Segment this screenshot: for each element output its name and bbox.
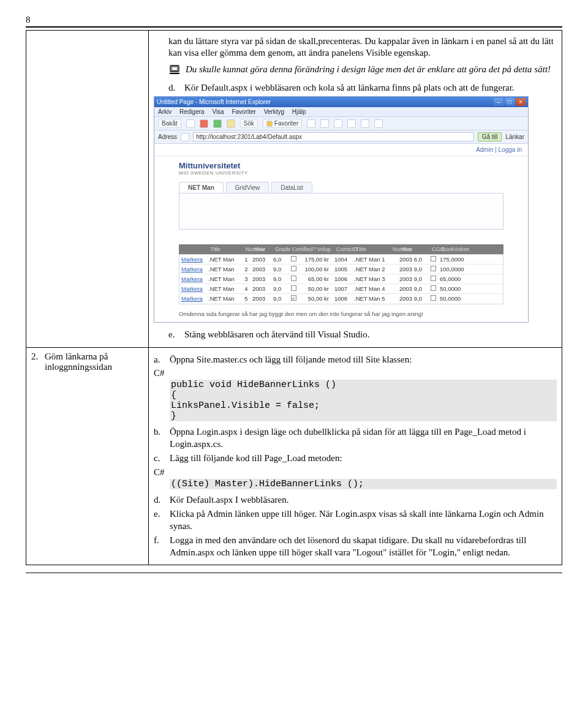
- note-text: Du skulle kunnat göra denna förändring i…: [186, 64, 551, 75]
- forward-icon: [186, 119, 195, 128]
- content-table: kan du lättare styra var på sidan de ska…: [26, 30, 562, 565]
- laptop-icon: [168, 65, 181, 77]
- data-grid: Markera.NET Man120036,0175,00 kr1004.NET…: [179, 254, 503, 304]
- menu-visa: Visa: [212, 108, 224, 115]
- ss-address-bar: Adress http://localhost:2301/Lab4/Defaul…: [154, 130, 528, 144]
- item-2d-label: d.: [154, 494, 165, 506]
- ss-footer-text: Omdenna sida fungerar så har jag byggt d…: [154, 308, 528, 322]
- note-row: Du skulle kunnat göra denna förändring i…: [168, 64, 557, 77]
- tool-icon-1: [307, 119, 315, 128]
- page-number: 8: [26, 15, 562, 25]
- ss-body: Admin | Logga in Mittuniversitetet MID S…: [154, 144, 528, 322]
- item-2a-label: a.: [154, 354, 165, 366]
- ss-window-title: Untitled Page - Microsoft Internet Explo…: [157, 99, 271, 105]
- item-e: e. Stäng webbläsaren och återvänd till V…: [168, 329, 557, 341]
- page-icon: [181, 133, 189, 141]
- table-row: Markera.NET Man120036,0175,00 kr1004.NET…: [179, 255, 503, 265]
- refresh-icon: [213, 119, 222, 128]
- item-d-text: Kör Default.aspx i webbläsaren och kola …: [184, 82, 514, 94]
- minimize-icon: –: [494, 98, 503, 106]
- item-d: d. Kör Default.aspx i webbläsaren och ko…: [168, 82, 557, 94]
- tool-icon-2: [320, 119, 329, 128]
- go-button: Gå till: [478, 132, 502, 141]
- menu-favoriter: Favoriter: [232, 108, 255, 115]
- code-block-c: ((Site) Master).HideBannerLinks ();: [170, 479, 557, 489]
- item-2a-text: Öppna Site.master.cs och lägg till följa…: [170, 354, 412, 366]
- address-input: http://localhost:2301/Lab4/Default.aspx: [193, 132, 474, 141]
- item-2f: f. Logga in med den användare och det lö…: [154, 535, 557, 558]
- table-row: Markera.NET Man220039,0100,00 kr1005.NET…: [179, 265, 503, 274]
- menu-redigera: Redigera: [179, 108, 205, 115]
- ss-toolbar: Bakåt Sök Favoriter: [154, 117, 528, 130]
- item-e-text: Stäng webbläsaren och återvänd till Visu…: [184, 329, 370, 341]
- brand-area: Mittuniversitetet MID SWEDEN UNIVERSITY: [154, 156, 528, 178]
- tab-datalist: DataList: [271, 182, 312, 193]
- item-d-label: d.: [168, 82, 179, 94]
- item-e-label: e.: [168, 329, 179, 341]
- item-2b-label: b.: [154, 426, 165, 450]
- menu-verktyg: Verktyg: [264, 108, 284, 115]
- item-2c-text: Lägg till följande kod till Page_Load me…: [170, 453, 342, 465]
- item-2c-label: c.: [154, 453, 165, 465]
- item-2d: d. Kör Default.aspx I webbläsaren.: [154, 494, 557, 506]
- row1-left: [26, 31, 149, 348]
- tool-icon-6: [374, 119, 383, 128]
- top-right-links: Admin | Logga in: [154, 144, 528, 156]
- menu-arkiv: Arkiv: [158, 108, 172, 115]
- step2-title: Göm länkarna på inloggnníngssidan: [45, 351, 143, 372]
- cs-label-c: C#: [154, 467, 557, 478]
- item-2d-text: Kör Default.aspx I webbläsaren.: [170, 494, 289, 506]
- divider-bottom: [26, 573, 562, 573]
- step2-number: 2.: [31, 351, 41, 372]
- close-icon: ×: [516, 98, 526, 106]
- divider-top: [26, 26, 562, 28]
- item-2f-label: f.: [154, 535, 165, 558]
- search-button: Sök: [240, 119, 258, 128]
- table-row: Markera.NET Man320039,065,00 kr1006.NET …: [179, 274, 503, 284]
- code-block-a: public void HideBannerLinks (){LinksPane…: [170, 380, 557, 421]
- grid-header: Title Number Year Grade Certified? Volup…: [179, 244, 503, 254]
- ss-menubar: Arkiv Redigera Visa Favoriter Verktyg Hj…: [154, 107, 528, 117]
- row2-right: a. Öppna Site.master.cs och lägg till fö…: [149, 347, 562, 565]
- links-label: Länkar: [505, 133, 524, 140]
- tabs: NET Man GridView DataList: [154, 178, 528, 193]
- intro-paragraph: kan du lättare styra var på sidan de ska…: [168, 36, 557, 59]
- item-2c: c. Lägg till följande kod till Page_Load…: [154, 453, 557, 465]
- item-2e-label: e.: [154, 508, 165, 532]
- favorites-button: Favoriter: [263, 119, 302, 128]
- table-row: Markera.NET Man520039,050,00 kr1008.NET …: [179, 294, 503, 304]
- brand-name: Mittuniversitetet: [179, 161, 248, 170]
- home-icon: [227, 119, 235, 128]
- maximize-icon: □: [505, 98, 514, 106]
- tool-icon-3: [334, 119, 342, 128]
- item-2f-text: Logga in med den användare och det lösen…: [170, 535, 557, 558]
- tab-netman: NET Man: [179, 182, 224, 193]
- tool-icon-5: [361, 119, 369, 128]
- svg-rect-1: [172, 67, 178, 70]
- row1-right: kan du lättare styra var på sidan de ska…: [149, 31, 562, 348]
- address-label: Adress: [158, 133, 177, 140]
- item-2e: e. Klicka på Admin länken uppe till höge…: [154, 508, 557, 532]
- ss-titlebar: Untitled Page - Microsoft Internet Explo…: [154, 97, 528, 107]
- row2-left: 2. Göm länkarna på inloggnníngssidan: [26, 347, 149, 565]
- item-2e-text: Klicka på Admin länken uppe till höger. …: [170, 508, 557, 532]
- tab-content-box: [179, 193, 503, 230]
- cs-label-a: C#: [154, 368, 557, 378]
- stop-icon: [200, 119, 208, 128]
- tab-gridview: GridView: [226, 182, 269, 193]
- table-row: Markera.NET Man420039,050,00 kr1007.NET …: [179, 284, 503, 294]
- tool-icon-4: [347, 119, 356, 128]
- browser-screenshot: Untitled Page - Microsoft Internet Explo…: [154, 96, 529, 323]
- brand-subtitle: MID SWEDEN UNIVERSITY: [179, 170, 248, 176]
- menu-hjalp: Hjälp: [292, 108, 306, 115]
- back-button: Bakåt: [158, 119, 181, 128]
- item-2b-text: Öppna Login.aspx i design läge och dubel…: [170, 426, 557, 450]
- item-2b: b. Öppna Login.aspx i design läge och du…: [154, 426, 557, 450]
- item-2a: a. Öppna Site.master.cs och lägg till fö…: [154, 354, 557, 366]
